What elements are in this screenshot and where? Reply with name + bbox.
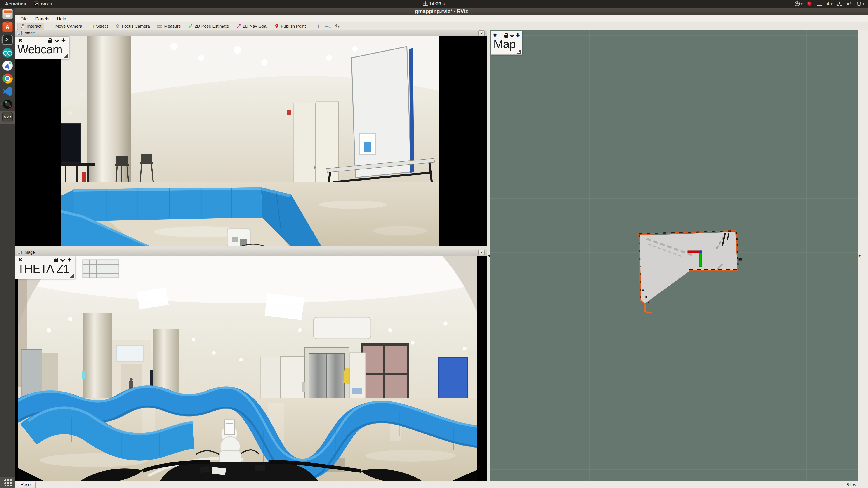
rviz-dock-label: RViz <box>4 115 11 119</box>
input-method-label: A <box>827 1 830 6</box>
input-method-icon[interactable]: A ▾ <box>827 1 832 6</box>
clock[interactable]: 土 14:23 ● <box>423 0 445 8</box>
tool-measure[interactable]: Measure <box>154 23 184 30</box>
map-overlay[interactable]: ✖ ✚ Map <box>491 31 522 55</box>
rviz-window: gmapping.rviz* - RViz File Panels Help I… <box>15 8 868 488</box>
window-titlebar[interactable]: gmapping.rviz* - RViz <box>15 8 868 15</box>
power-icon[interactable]: ▾ <box>856 1 864 6</box>
tool-label: Measure <box>164 24 181 29</box>
status-bar: Reset 5 fps <box>15 481 868 488</box>
rviz-app-icon <box>34 1 39 6</box>
overlay-label: Webcam <box>15 43 69 57</box>
activities-button[interactable]: Activities <box>3 1 28 7</box>
theta-overlay[interactable]: ✖ ✚ THETA Z1 <box>15 256 75 279</box>
theta-image-view: ✖ ✚ THETA Z1 <box>15 256 487 482</box>
running-indicator <box>1 39 2 41</box>
webcam-image-view: ✖ ✚ Webcam <box>15 36 487 246</box>
resize-handle[interactable] <box>64 54 68 58</box>
dock-item-rviz[interactable]: RViz <box>0 111 15 124</box>
theta-photo <box>15 256 487 482</box>
tool-move-camera[interactable]: Move Camera <box>45 23 85 30</box>
tool-label: Interact <box>27 24 41 29</box>
terminal-icon <box>2 35 13 45</box>
tool-properties-button[interactable]: ▾ <box>333 24 341 29</box>
webcam-photo <box>61 36 438 246</box>
running-indicator <box>1 116 2 118</box>
tool-2d-pose-estimate[interactable]: 2D Pose Estimate <box>185 23 232 30</box>
keyboard-layout-icon[interactable] <box>816 1 822 6</box>
resize-handle[interactable] <box>70 274 74 278</box>
show-applications-button[interactable] <box>0 477 15 488</box>
tool-2d-nav-goal[interactable]: 2D Nav Goal <box>233 23 270 30</box>
tool-label: Move Camera <box>55 24 82 29</box>
dock: A RViz <box>0 8 15 488</box>
image-panel-icon <box>17 251 22 254</box>
image-panel-2-titlebar[interactable]: Image ✖ <box>15 249 487 256</box>
caret-down-icon: ▾ <box>329 26 331 29</box>
reset-button[interactable]: Reset <box>17 482 36 488</box>
dock-item-camera[interactable] <box>0 98 15 111</box>
webcam-overlay[interactable]: ✖ ✚ Webcam <box>15 36 69 59</box>
software-icon: A <box>2 22 13 32</box>
camera-icon <box>2 99 13 109</box>
splitter-collapse-right[interactable]: ▶ <box>859 254 861 258</box>
panel-title: Image <box>24 250 35 255</box>
apps-grid-icon <box>3 478 11 486</box>
selection-box-icon <box>89 24 94 29</box>
running-indicator <box>1 37 2 38</box>
crosshair-icon <box>115 24 120 29</box>
notification-dot: ● <box>443 2 445 5</box>
add-tool-button[interactable]: + <box>315 23 322 29</box>
green-arrow-icon <box>188 24 193 29</box>
image-panels-column: Image ✖ <box>15 30 487 481</box>
image-panel-1-titlebar[interactable]: Image ✖ <box>15 30 487 36</box>
running-indicator <box>1 41 2 43</box>
remove-tool-button[interactable]: −▾ <box>323 23 333 29</box>
tool-properties-icon <box>335 24 338 27</box>
tool-select[interactable]: Select <box>86 23 111 30</box>
tool-interact[interactable]: Interact <box>17 23 44 30</box>
menubar: File Panels Help <box>15 15 868 22</box>
add-icon[interactable]: ✚ <box>515 32 521 38</box>
menu-help[interactable]: Help <box>54 16 69 22</box>
dock-item-chrome[interactable] <box>0 72 15 85</box>
tool-label: 2D Nav Goal <box>243 24 268 29</box>
menu-panels[interactable]: Panels <box>33 16 52 22</box>
workspace: Image ✖ <box>15 30 868 481</box>
dock-item-files[interactable] <box>0 8 15 21</box>
clock-text: 土 14:23 <box>423 1 441 7</box>
plus-icon: + <box>317 24 321 29</box>
hand-icon <box>20 24 26 29</box>
dock-item-terminal[interactable] <box>0 33 15 46</box>
minus-icon: − <box>325 24 329 29</box>
resize-handle[interactable] <box>517 50 521 54</box>
accessibility-icon[interactable]: ▾ <box>795 1 803 6</box>
image-panel-icon <box>17 31 22 35</box>
horizontal-splitter[interactable] <box>15 246 487 249</box>
dock-item-arduino[interactable] <box>0 46 15 59</box>
volume-icon[interactable] <box>846 1 852 6</box>
tool-focus-camera[interactable]: Focus Camera <box>112 23 153 30</box>
network-icon[interactable] <box>836 1 842 6</box>
caret-down-icon: ▾ <box>831 2 833 6</box>
dock-item-vscode[interactable] <box>0 85 15 98</box>
overlay-label: Map <box>491 38 522 51</box>
map-view[interactable]: ✖ ✚ Map <box>490 30 858 481</box>
gnome-top-bar: Activities rviz ▾ 土 14:23 ● ▾ A <box>0 0 868 8</box>
dock-item-software[interactable]: A <box>0 21 15 33</box>
toolbar: Interact Move Camera Select Focus Camera… <box>15 22 868 30</box>
tool-publish-point[interactable]: Publish Point <box>271 23 309 30</box>
map-canvas[interactable] <box>490 30 858 481</box>
move-arrows-icon <box>48 24 54 29</box>
files-icon <box>2 9 13 19</box>
tool-label: Select <box>96 24 108 29</box>
screen-record-icon[interactable] <box>807 1 812 7</box>
running-indicator <box>1 103 2 105</box>
app-menu[interactable]: rviz ▾ <box>34 1 52 6</box>
dock-item-android-studio[interactable] <box>0 59 15 72</box>
panel-close-button[interactable]: ✖ <box>478 250 485 255</box>
menu-file[interactable]: File <box>18 16 30 22</box>
trajectory <box>645 304 651 313</box>
android-studio-icon <box>2 61 13 71</box>
panel-close-button[interactable]: ✖ <box>478 31 485 36</box>
